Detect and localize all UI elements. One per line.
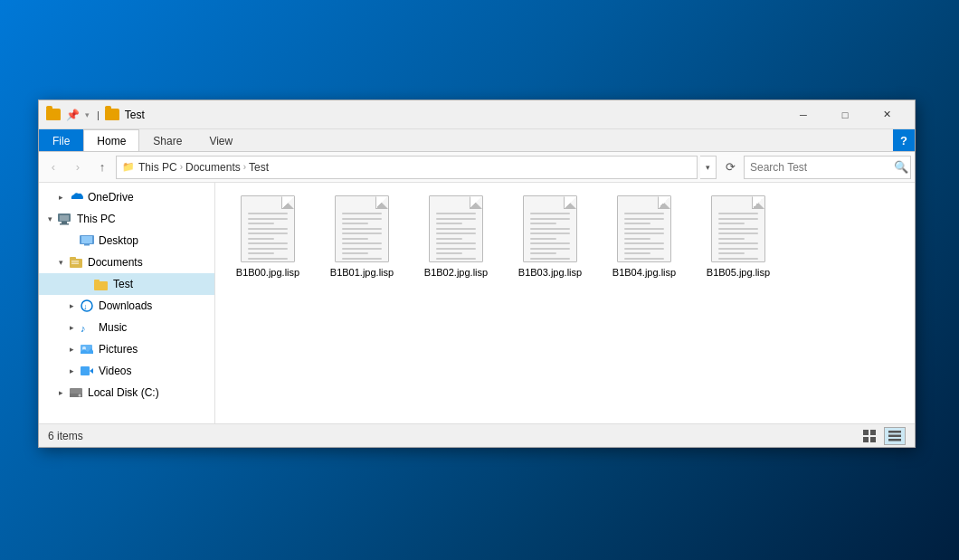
pictures-icon [79,341,95,357]
file-name-0: B1B00.jpg.lisp [236,266,299,279]
svg-rect-5 [81,236,92,243]
sidebar-item-this-pc[interactable]: This PC [39,208,214,230]
tab-home[interactable]: Home [83,129,139,151]
address-dropdown-button[interactable]: ▾ [700,156,717,179]
minimize-button[interactable]: ─ [783,100,824,129]
svg-text:↓: ↓ [83,302,88,311]
svg-rect-26 [870,437,876,442]
file-area: B1B00.jpg.lispB1B01.jpg.lispB1B02.jpg.li… [215,183,915,423]
path-sep-1: › [180,162,183,172]
forward-button[interactable]: › [67,157,89,178]
file-items-container: B1B00.jpg.lispB1B01.jpg.lispB1B02.jpg.li… [223,190,783,284]
title-folder-icon [46,109,61,120]
file-item-4[interactable]: B1B04.jpg.lisp [599,190,689,284]
svg-rect-6 [84,244,90,246]
svg-rect-11 [94,281,108,290]
onedrive-icon [68,189,84,205]
svg-point-22 [79,394,81,397]
item-count: 6 items [48,430,83,442]
file-item-3[interactable]: B1B03.jpg.lisp [505,190,595,284]
file-name-3: B1B03.jpg.lisp [518,266,582,279]
file-item-0[interactable]: B1B00.jpg.lisp [223,190,313,284]
sidebar-item-onedrive[interactable]: OneDrive [39,186,214,208]
file-name-2: B1B02.jpg.lisp [424,266,488,279]
search-box: 🔍 [744,156,911,179]
address-path[interactable]: 📁 This PC › Documents › Test [116,156,698,179]
onedrive-label: OneDrive [88,191,134,204]
title-dropdown-arrow[interactable]: ▾ [85,110,90,119]
svg-rect-25 [863,437,869,442]
music-icon: ♪ [79,319,95,336]
main-content: OneDrive This PC Desktop [39,183,915,423]
this-pc-label: This PC [77,213,116,225]
list-view-button[interactable] [884,427,906,445]
path-sep-2: › [243,162,246,172]
desktop-label: Desktop [99,234,138,247]
tab-share[interactable]: Share [139,129,195,151]
refresh-button[interactable]: ⟳ [719,156,741,179]
file-name-5: B1B05.jpg.lisp [707,266,770,279]
onedrive-expand-arrow[interactable] [53,190,68,204]
window-title: Test [125,109,783,121]
address-bar: ‹ › ↑ 📁 This PC › Documents › Test ▾ ⟳ 🔍 [39,152,915,183]
tab-view[interactable]: View [195,129,246,151]
status-right [859,427,906,445]
svg-rect-8 [70,257,76,260]
status-bar: 6 items [39,423,915,447]
videos-icon [79,363,95,379]
documents-expand-arrow[interactable] [53,255,68,270]
tab-file[interactable]: File [39,129,83,151]
svg-rect-29 [888,439,901,441]
title-divider: | [97,109,100,120]
svg-rect-27 [888,431,901,433]
pictures-label: Pictures [99,343,138,356]
file-name-4: B1B04.jpg.lisp [612,266,676,279]
svg-rect-12 [94,280,100,282]
downloads-icon: ↓ [79,298,95,314]
path-documents[interactable]: Documents [185,161,241,174]
svg-rect-24 [870,430,876,435]
title-bar: 📌 ▾ | Test ─ □ ✕ [39,100,915,129]
this-pc-expand-arrow[interactable] [43,212,57,226]
downloads-expand-arrow[interactable] [64,299,79,313]
videos-expand-arrow[interactable] [64,364,79,378]
close-button[interactable]: ✕ [866,100,907,129]
svg-rect-1 [60,215,69,221]
sidebar-item-pictures[interactable]: Pictures [39,338,214,360]
file-item-2[interactable]: B1B02.jpg.lisp [411,190,501,284]
explorer-window: 📌 ▾ | Test ─ □ ✕ File Home Share View ? … [38,100,916,448]
svg-rect-2 [62,222,67,223]
documents-icon [68,254,84,271]
sidebar-item-documents[interactable]: Documents [39,252,214,273]
music-expand-arrow[interactable] [64,320,79,335]
sidebar-item-downloads[interactable]: ↓ Downloads [39,295,214,317]
up-button[interactable]: ↑ [91,157,113,178]
sidebar-item-music[interactable]: ♪ Music [39,317,214,338]
this-pc-icon [57,211,73,227]
svg-rect-28 [888,434,901,437]
file-item-1[interactable]: B1B01.jpg.lisp [317,190,407,284]
title-bar-icons: 📌 ▾ [46,109,90,121]
search-input[interactable] [745,161,891,174]
svg-rect-10 [71,263,79,265]
pictures-expand-arrow[interactable] [64,342,79,356]
grid-view-button[interactable] [859,427,880,445]
path-this-pc[interactable]: This PC [138,161,177,174]
file-item-5[interactable]: B1B05.jpg.lisp [693,190,783,284]
desktop-icon [79,233,95,249]
local-disk-expand-arrow[interactable] [53,385,68,400]
title-current-folder-icon [105,109,119,120]
sidebar-item-test[interactable]: Test [39,273,214,295]
sidebar-item-local-disk[interactable]: Local Disk (C:) [39,382,214,403]
downloads-label: Downloads [99,299,152,312]
sidebar-item-desktop[interactable]: Desktop [39,230,214,252]
back-button[interactable]: ‹ [43,157,64,178]
sidebar-item-videos[interactable]: Videos [39,360,214,382]
path-test[interactable]: Test [249,161,269,174]
svg-rect-3 [60,223,69,225]
help-button[interactable]: ? [893,129,915,151]
maximize-button[interactable]: □ [824,100,866,129]
file-name-1: B1B01.jpg.lisp [330,266,394,279]
local-disk-label: Local Disk (C:) [88,386,159,399]
search-button[interactable]: 🔍 [891,156,910,179]
